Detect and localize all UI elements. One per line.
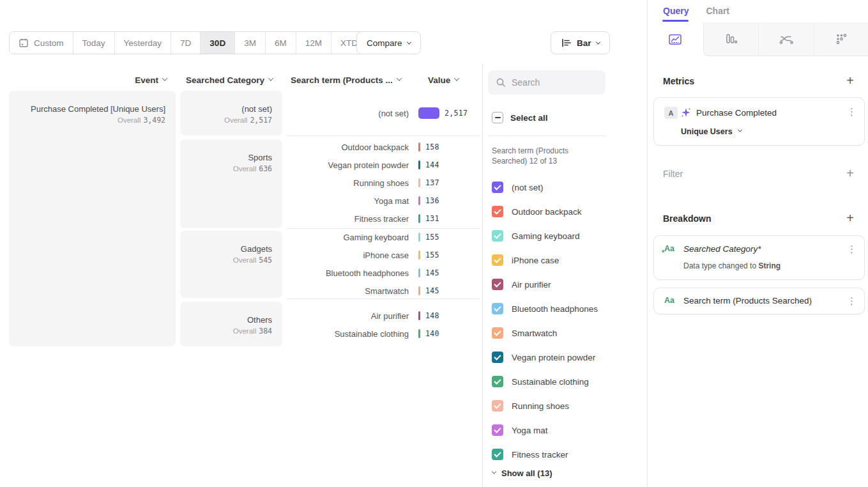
table-row[interactable]: Smartwatch 145 [287, 282, 479, 300]
metric-menu-button[interactable]: ⋮ [847, 106, 857, 118]
value-bar [418, 251, 420, 259]
value-bar [418, 268, 420, 277]
column-header-search-term[interactable]: Search term (Products ... [291, 74, 401, 86]
metric-card[interactable]: A Purchase Completed ⋮ Unique Users [653, 97, 865, 146]
breakdown-card-search-term[interactable]: Aa Search term (Products Searched) ⋮ [653, 288, 865, 314]
tab-insights[interactable] [648, 22, 703, 56]
date-range-yesterday[interactable]: Yesterday [115, 32, 172, 54]
column-header-searched-category[interactable]: Searched Category [180, 74, 273, 86]
search-icon [496, 77, 506, 88]
date-range-3m[interactable]: 3M [235, 32, 266, 54]
breakdown-title: Breakdown [663, 213, 711, 224]
filter-item[interactable]: Air purifier [492, 275, 639, 293]
date-range-label: 3M [244, 38, 256, 48]
date-range-6m[interactable]: 6M [266, 32, 296, 54]
date-range-label: 30D [209, 38, 225, 48]
custom-event-sparkle-icon [680, 107, 692, 118]
filter-item-label: Gaming keyboard [512, 231, 580, 241]
active-tab-underline [662, 20, 689, 22]
aggregation-dropdown[interactable]: Unique Users [681, 127, 742, 136]
date-range-label: Yesterday [124, 38, 162, 48]
date-range-12m[interactable]: 12M [296, 32, 331, 54]
tab-query[interactable]: Query [663, 6, 689, 16]
category-name: Sports [233, 152, 272, 163]
filter-item[interactable]: Yoga mat [492, 421, 639, 439]
filter-item[interactable]: Bluetooth headphones [492, 300, 639, 318]
column-header-value[interactable]: Value [428, 74, 459, 86]
compare-button[interactable]: Compare [356, 31, 421, 54]
table-row[interactable]: Bluetooth headphones 145 [287, 264, 479, 282]
filter-item[interactable]: Outdoor backpack [492, 203, 639, 220]
date-range-custom[interactable]: Custom [10, 32, 73, 54]
filter-item[interactable]: Gaming keyboard [492, 227, 639, 245]
column-label: Search term (Products ... [291, 75, 393, 85]
filter-item-label: Fitness tracker [512, 450, 568, 460]
add-filter-button[interactable]: + [845, 168, 855, 178]
calendar-icon [19, 38, 29, 48]
table-row[interactable]: Vegan protein powder 144 [287, 156, 479, 174]
show-all-button[interactable]: Show all (13) [492, 468, 552, 478]
insights-chart-icon [668, 33, 682, 46]
breakdown-values-panel: Select all Search term (Products Searche… [482, 64, 647, 487]
search-box[interactable] [488, 70, 605, 95]
chevron-down-icon [595, 40, 600, 44]
breakdown-menu-button[interactable]: ⋮ [847, 295, 857, 307]
filter-item[interactable]: Fitness tracker [492, 445, 639, 463]
category-name: Others [233, 314, 272, 325]
category-cell-others: Others Overall384 [180, 302, 282, 346]
breakdown-card-searched-category[interactable]: Aa* Searched Category* ⋮ Data type chang… [653, 235, 865, 280]
table-row[interactable]: Fitness tracker 131 [287, 210, 479, 228]
overall-value: 3,492 [143, 116, 165, 125]
table-row[interactable]: (not set) 2,517 [287, 104, 479, 122]
value-bar [418, 160, 420, 169]
tab-flows[interactable] [758, 22, 814, 56]
search-term-label: iPhone case [287, 251, 409, 260]
date-range-today[interactable]: Today [73, 32, 115, 54]
table-row[interactable]: Sustainable clothing 140 [287, 325, 479, 343]
string-property-icon: Aa* [664, 244, 674, 253]
column-header-event[interactable]: Event [9, 74, 167, 86]
filter-item[interactable]: Vegan protein powder [492, 348, 639, 366]
tab-chart[interactable]: Chart [706, 6, 729, 16]
date-range-label: Today [82, 38, 105, 48]
event-name: Purchase Completed [Unique Users] [31, 104, 165, 114]
search-input[interactable] [512, 77, 595, 88]
add-breakdown-button[interactable]: + [845, 213, 855, 223]
date-range-label: XTD [340, 38, 358, 48]
filter-item[interactable]: iPhone case [492, 251, 639, 269]
filter-item[interactable]: (not set) [492, 178, 639, 196]
overall-label: Overall [224, 116, 247, 124]
table-row[interactable]: Gaming keyboard 155 [287, 228, 479, 246]
filter-item[interactable]: Sustainable clothing [492, 373, 639, 390]
flows-icon [779, 33, 794, 45]
search-term-label: Bluetooth headphones [287, 268, 409, 278]
table-row[interactable]: Outdoor backpack 158 [287, 138, 479, 156]
chart-type-button[interactable]: Bar [551, 31, 610, 54]
date-range-group: Custom Today Yesterday 7D 30D 3M 6M 12M … [9, 31, 376, 54]
filter-item[interactable]: Smartwatch [492, 324, 639, 342]
category-cell-not-set: (not set) Overall2,517 [180, 91, 282, 135]
add-metric-button[interactable]: + [845, 75, 855, 86]
table-row[interactable]: Running shoes 137 [287, 174, 479, 192]
checked-checkbox-icon [492, 182, 503, 193]
date-range-30d[interactable]: 30D [201, 32, 235, 54]
tab-retention[interactable] [814, 22, 868, 56]
breakdown-menu-button[interactable]: ⋮ [847, 244, 857, 255]
table-row[interactable]: iPhone case 155 [287, 246, 479, 264]
search-term-label: Air purifier [287, 311, 409, 321]
select-all-checkbox[interactable]: Select all [492, 112, 548, 123]
search-term-label: Vegan protein powder [287, 160, 409, 170]
value-label: 155 [425, 233, 439, 242]
chevron-down-icon [492, 470, 496, 474]
table-row[interactable]: Air purifier 148 [287, 307, 479, 325]
table-row[interactable]: Yoga mat 136 [287, 192, 479, 210]
category-name: (not set) [224, 104, 272, 114]
filter-item-label: Air purifier [512, 280, 551, 290]
tab-funnels[interactable] [703, 22, 759, 56]
overall-value: 2,517 [250, 116, 272, 125]
value-label: 137 [425, 178, 439, 187]
filter-item[interactable]: Running shoes [492, 397, 639, 415]
date-range-label: 7D [180, 38, 191, 48]
date-range-7d[interactable]: 7D [171, 32, 201, 54]
checked-checkbox-icon [492, 279, 503, 290]
